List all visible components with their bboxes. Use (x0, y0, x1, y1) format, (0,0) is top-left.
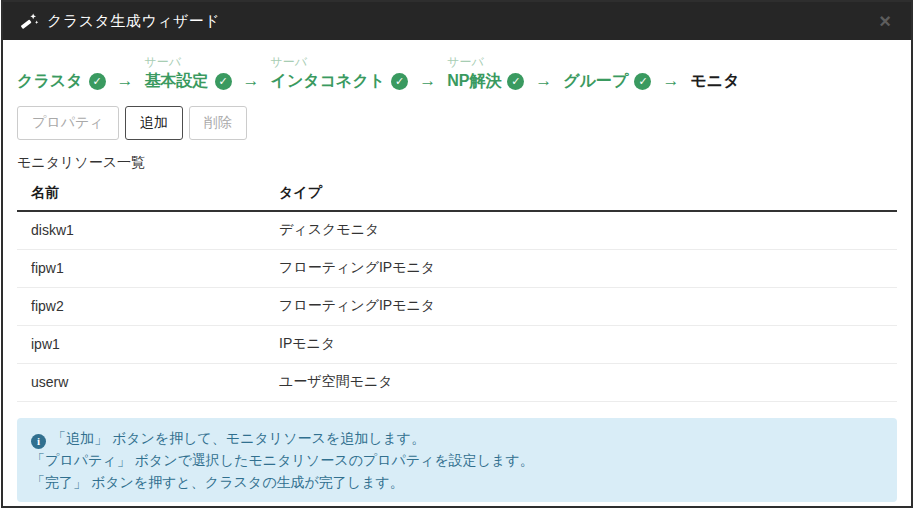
step-arrow-icon: → (243, 71, 260, 92)
info-line: i「追加」 ボタンを押して、モニタリソースを追加します。 (31, 427, 883, 449)
table-header-row: 名前 タイプ (17, 176, 897, 211)
step-arrow-icon: → (117, 71, 134, 92)
info-message-box: i「追加」 ボタンを押して、モニタリソースを追加します。 「プロパティ」 ボタン… (17, 418, 897, 502)
close-icon[interactable]: × (875, 9, 895, 33)
toolbar: プロパティ 追加 削除 (17, 106, 897, 140)
step-label: NP解決 (447, 71, 501, 92)
step-basic-settings: サーバ 基本設定 ✓ (145, 54, 232, 92)
dialog-content: クラスタ ✓ → サーバ 基本設定 ✓ → サーバ インタコネクト ✓ (3, 40, 911, 508)
step-sublabel (17, 54, 106, 71)
table-row[interactable]: ipw1 IPモニタ (17, 326, 897, 364)
cell-type: ユーザ空間モニタ (265, 364, 897, 402)
step-sublabel: サーバ (447, 54, 524, 71)
step-label: 基本設定 (145, 71, 209, 92)
info-line: 「プロパティ」 ボタンで選択したモニタリソースのプロパティを設定します。 (31, 449, 883, 471)
step-interconnect: サーバ インタコネクト ✓ (271, 54, 409, 92)
check-circle-icon: ✓ (634, 73, 651, 90)
cell-type: フローティングIPモニタ (265, 288, 897, 326)
step-arrow-icon: → (662, 71, 679, 92)
monitor-resource-table: 名前 タイプ diskw1 ディスクモニタ fipw1 フローティングIPモニタ… (17, 176, 897, 402)
info-icon: i (31, 434, 46, 449)
check-circle-icon: ✓ (89, 73, 106, 90)
step-np-resolution: サーバ NP解決 ✓ (447, 54, 524, 92)
cell-type: フローティングIPモニタ (265, 250, 897, 288)
step-group: グループ ✓ (563, 54, 651, 92)
add-button[interactable]: 追加 (125, 106, 183, 140)
cell-type: IPモニタ (265, 326, 897, 364)
cell-name: fipw1 (17, 250, 265, 288)
step-monitor: モニタ (690, 54, 739, 92)
step-label: モニタ (690, 71, 739, 92)
step-arrow-icon: → (535, 71, 552, 92)
check-circle-icon: ✓ (391, 73, 408, 90)
properties-button[interactable]: プロパティ (17, 106, 119, 140)
check-circle-icon: ✓ (507, 73, 524, 90)
wizard-wand-icon (19, 11, 39, 31)
cell-type: ディスクモニタ (265, 211, 897, 250)
step-label: グループ (563, 71, 628, 92)
column-header-name: 名前 (17, 176, 265, 211)
step-arrow-icon: → (419, 71, 436, 92)
step-sublabel (690, 54, 739, 71)
monitor-resource-list-caption: モニタリソース一覧 (17, 154, 897, 172)
cell-name: fipw2 (17, 288, 265, 326)
delete-button[interactable]: 削除 (189, 106, 247, 140)
table-row[interactable]: userw ユーザ空間モニタ (17, 364, 897, 402)
cell-name: userw (17, 364, 265, 402)
info-line: 「完了」 ボタンを押すと、クラスタの生成が完了します。 (31, 471, 883, 493)
check-circle-icon: ✓ (215, 73, 232, 90)
wizard-steps: クラスタ ✓ → サーバ 基本設定 ✓ → サーバ インタコネクト ✓ (17, 54, 897, 92)
step-label: クラスタ (17, 71, 83, 92)
step-sublabel: サーバ (145, 54, 232, 71)
titlebar: クラスタ生成ウィザード × (3, 2, 911, 40)
table-row[interactable]: diskw1 ディスクモニタ (17, 211, 897, 250)
cell-name: ipw1 (17, 326, 265, 364)
cluster-wizard-dialog: クラスタ生成ウィザード × クラスタ ✓ → サーバ 基本設定 ✓ → (1, 0, 913, 508)
step-sublabel: サーバ (271, 54, 409, 71)
dialog-title: クラスタ生成ウィザード (47, 12, 220, 31)
column-header-type: タイプ (265, 176, 897, 211)
step-cluster: クラスタ ✓ (17, 54, 106, 92)
table-row[interactable]: fipw2 フローティングIPモニタ (17, 288, 897, 326)
step-label: インタコネクト (271, 71, 386, 92)
cell-name: diskw1 (17, 211, 265, 250)
step-sublabel (563, 54, 651, 71)
table-row[interactable]: fipw1 フローティングIPモニタ (17, 250, 897, 288)
